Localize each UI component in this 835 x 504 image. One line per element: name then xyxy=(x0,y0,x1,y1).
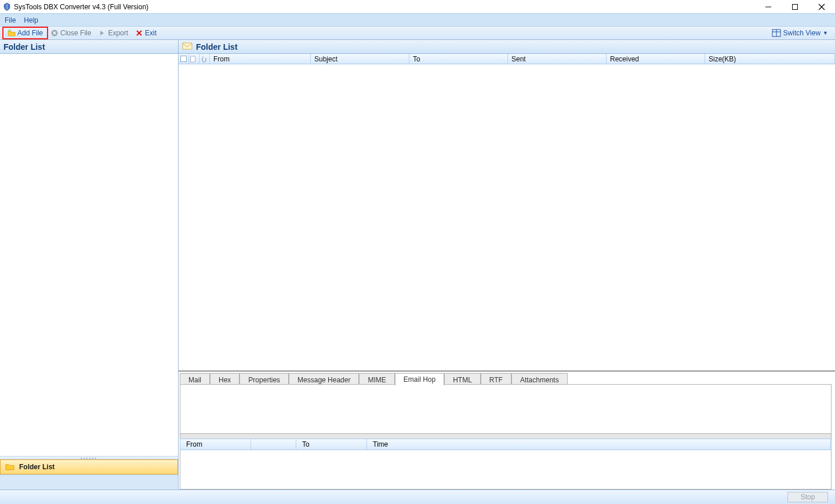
nav-folder-list-label: Folder List xyxy=(19,463,55,471)
exit-icon xyxy=(135,29,143,37)
svg-rect-1 xyxy=(793,4,798,9)
add-file-highlight: Add File xyxy=(2,27,48,39)
add-file-button[interactable]: Add File xyxy=(5,28,45,38)
menu-file[interactable]: File xyxy=(5,16,16,24)
col-from[interactable]: From xyxy=(210,54,311,64)
chevron-down-icon: ▼ xyxy=(823,30,828,36)
col-received[interactable]: Received xyxy=(607,54,705,64)
col-attachment[interactable] xyxy=(199,54,210,64)
detail-content[interactable] xyxy=(180,384,832,434)
folder-tree[interactable] xyxy=(0,54,178,456)
maximize-button[interactable] xyxy=(782,0,808,13)
col-subject[interactable]: Subject xyxy=(311,54,409,64)
export-button[interactable]: Export xyxy=(96,28,130,38)
menu-help[interactable]: Help xyxy=(24,16,38,24)
folder-list-header: Folder List xyxy=(0,40,178,54)
stop-button[interactable]: Stop xyxy=(787,492,828,502)
exit-button[interactable]: Exit xyxy=(133,28,159,38)
message-list-title: Folder List xyxy=(196,42,238,52)
switch-view-button[interactable]: Switch View ▼ xyxy=(772,29,833,37)
col-icon[interactable] xyxy=(189,54,199,64)
close-button[interactable] xyxy=(808,0,835,13)
hop-col-time[interactable]: Time xyxy=(367,439,831,450)
close-file-icon xyxy=(50,29,59,37)
svg-rect-9 xyxy=(183,43,192,49)
app-icon xyxy=(2,2,12,12)
close-file-label: Close File xyxy=(60,29,91,37)
message-list-header: Folder List xyxy=(179,40,835,54)
toolbar: Add File Close File Export Exit Switch V… xyxy=(0,26,835,40)
switch-view-icon xyxy=(772,29,781,37)
export-label: Export xyxy=(108,29,128,37)
nav-spacer xyxy=(0,474,178,490)
col-to[interactable]: To xyxy=(409,54,508,64)
minimize-button[interactable] xyxy=(755,0,782,13)
message-grid-header: From Subject To Sent Received Size(KB) xyxy=(179,54,835,64)
menubar: File Help xyxy=(0,13,835,26)
col-size[interactable]: Size(KB) xyxy=(705,54,835,64)
hop-grid-body[interactable] xyxy=(180,450,832,490)
nav-folder-list[interactable]: Folder List xyxy=(0,459,178,474)
main-area: Folder List •••••• Folder List Folder Li… xyxy=(0,40,835,490)
statusbar: Stop xyxy=(0,490,835,504)
window-title: SysTools DBX Converter v4.3 (Full Versio… xyxy=(14,3,148,11)
message-grid-body[interactable] xyxy=(179,64,835,370)
hop-col-from[interactable]: From xyxy=(180,439,251,450)
add-file-icon xyxy=(8,29,16,37)
close-file-button[interactable]: Close File xyxy=(48,28,93,38)
add-file-label: Add File xyxy=(17,29,43,37)
envelope-icon xyxy=(182,42,193,52)
hop-spacer xyxy=(180,434,832,439)
titlebar: SysTools DBX Converter v4.3 (Full Versio… xyxy=(0,0,835,13)
left-panel: Folder List •••••• Folder List xyxy=(0,40,179,490)
folder-icon xyxy=(5,463,14,471)
svg-rect-11 xyxy=(191,56,195,62)
svg-rect-10 xyxy=(181,56,187,62)
right-panel: Folder List From Subject To Sent Receive… xyxy=(179,40,835,490)
detail-tabs: MailHexPropertiesMessage HeaderMIMEEmail… xyxy=(179,370,835,384)
hop-col-to[interactable]: To xyxy=(296,439,367,450)
col-checkbox[interactable] xyxy=(179,54,189,64)
col-sent[interactable]: Sent xyxy=(508,54,607,64)
switch-view-label: Switch View xyxy=(783,29,821,37)
hop-grid-header: From To Time xyxy=(180,439,832,450)
hop-col-blank[interactable] xyxy=(251,439,296,450)
exit-label: Exit xyxy=(145,29,157,37)
tab-email-hop[interactable]: Email Hop xyxy=(395,373,444,386)
hop-grid: From To Time xyxy=(180,434,832,490)
window-controls xyxy=(755,0,835,13)
export-icon xyxy=(98,29,106,37)
